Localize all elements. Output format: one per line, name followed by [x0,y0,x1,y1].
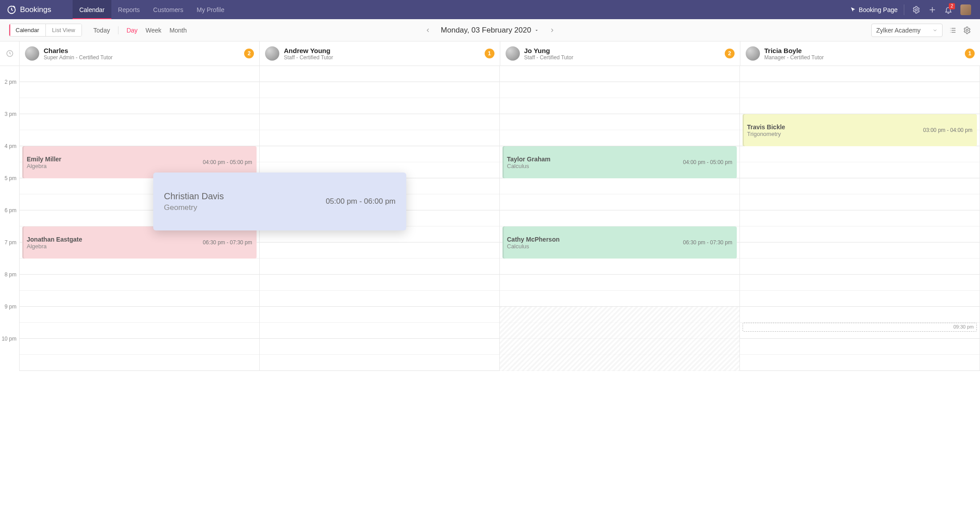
staff-head-charles[interactable]: Charles Super Admin - Certified Tutor 2 [20,41,260,66]
time-slot[interactable] [740,339,980,355]
time-slot[interactable] [20,275,259,291]
user-avatar[interactable] [960,4,971,15]
nav-tab-calendar[interactable]: Calendar [73,0,111,19]
current-date-label[interactable]: Monday, 03 February 2020 [441,26,539,35]
time-slot[interactable] [20,355,259,371]
time-slot[interactable] [740,162,980,178]
time-slot[interactable] [740,307,980,323]
drop-target-slot[interactable]: 09:30 pm [743,323,977,332]
time-slot[interactable] [740,178,980,194]
gear-icon[interactable] [912,6,920,14]
week-button[interactable]: Week [146,27,162,34]
time-slot[interactable] [20,259,259,275]
nav-tab-reports[interactable]: Reports [111,0,147,19]
range-toggle: Day Week Month [127,27,187,34]
staff-name: Charles [44,47,113,54]
time-slot[interactable] [500,210,739,226]
time-slot[interactable] [740,242,980,259]
time-slot[interactable] [20,114,259,130]
next-date-button[interactable] [549,27,555,33]
time-slot[interactable] [260,146,499,162]
time-slot[interactable] [500,114,739,130]
time-slot[interactable] [260,66,499,82]
nav-tab-customers[interactable]: Customers [147,0,190,19]
time-slot[interactable] [500,194,739,210]
time-slot[interactable] [740,146,980,162]
time-slot[interactable] [20,307,259,323]
prev-date-button[interactable] [425,27,431,33]
time-slot[interactable] [260,114,499,130]
time-slot[interactable] [740,355,980,371]
booking-page-link[interactable]: Booking Page [850,4,904,15]
time-slot[interactable] [260,291,499,307]
time-slot[interactable] [500,275,739,291]
staff-head-andrew[interactable]: Andrew Young Staff - Certified Tutor 1 [260,41,500,66]
time-slot[interactable] [260,275,499,291]
time-slot[interactable] [20,98,259,114]
time-slot[interactable] [500,259,739,275]
staff-column-jo[interactable]: Taylor GrahamCalculus04:00 pm - 05:00 pm… [500,66,740,371]
settings-icon[interactable] [963,26,971,34]
time-slot[interactable] [500,130,739,146]
time-slot[interactable] [740,98,980,114]
calendar-toolbar: Calendar List View Today Day Week Month … [0,19,980,41]
hour-label: 7 pm [0,242,19,275]
plus-icon[interactable] [928,6,936,14]
time-slot[interactable] [500,98,739,114]
date-text: Monday, 03 February 2020 [441,26,531,35]
time-slot[interactable] [740,259,980,275]
time-slot[interactable] [260,339,499,355]
time-slot[interactable] [260,130,499,146]
staff-role: Manager - Certified Tutor [764,54,824,61]
time-slot[interactable] [20,130,259,146]
time-slot[interactable] [500,291,739,307]
calendar-view-button[interactable]: Calendar [9,24,45,36]
calendar-event[interactable]: Cathy McPhersonCalculus06:30 pm - 07:30 … [502,226,737,259]
dragging-event-card[interactable]: Christian Davis Geometry 05:00 pm - 06:0… [153,173,406,230]
time-slot[interactable] [260,307,499,323]
time-slot[interactable] [740,82,980,98]
time-slot[interactable] [740,66,980,82]
time-slot[interactable] [500,82,739,98]
time-slot[interactable] [260,259,499,275]
staff-info: Andrew Young Staff - Certified Tutor [284,47,333,61]
month-button[interactable]: Month [169,27,187,34]
staff-head-tricia[interactable]: Tricia Boyle Manager - Certified Tutor 1 [740,41,980,66]
today-button[interactable]: Today [94,27,110,34]
time-slot[interactable] [20,323,259,339]
nav-tab-myprofile[interactable]: My Profile [190,0,231,19]
time-slot[interactable] [260,355,499,371]
event-time: 03:00 pm - 04:00 pm [923,127,972,133]
time-slot[interactable] [500,178,739,194]
time-slot[interactable] [260,82,499,98]
time-slot[interactable] [260,323,499,339]
time-slot[interactable] [740,210,980,226]
view-toggle: Calendar List View [9,24,82,37]
time-slot[interactable] [740,291,980,307]
time-slot[interactable] [20,66,259,82]
time-slot[interactable] [500,339,739,355]
staff-column-tricia[interactable]: 09:30 pm Travis BickleTrigonometry03:00 … [740,66,980,371]
time-slot[interactable] [500,323,739,339]
time-slot[interactable] [740,275,980,291]
workspace-select[interactable]: Zylker Academy [871,24,943,37]
time-slot[interactable] [740,194,980,210]
time-slot[interactable] [500,355,739,371]
calendar-event[interactable]: Jonathan EastgateAlgebra06:30 pm - 07:30… [22,226,257,259]
time-slot[interactable] [20,82,259,98]
day-button[interactable]: Day [127,27,138,34]
time-slot[interactable] [20,339,259,355]
time-slot[interactable] [500,66,739,82]
time-slot[interactable] [260,242,499,259]
calendar-event[interactable]: Travis BickleTrigonometry03:00 pm - 04:0… [743,114,977,146]
calendar-event[interactable]: Taylor GrahamCalculus04:00 pm - 05:00 pm [502,146,737,178]
time-slot[interactable] [500,307,739,323]
sort-icon[interactable] [949,26,957,34]
bell-icon[interactable]: 2 [944,6,952,14]
staff-head-jo[interactable]: Jo Yung Staff - Certified Tutor 2 [500,41,740,66]
brand[interactable]: Bookings [7,5,51,15]
time-slot[interactable] [20,291,259,307]
list-view-button[interactable]: List View [45,24,82,36]
time-slot[interactable] [260,98,499,114]
time-slot[interactable] [740,226,980,242]
